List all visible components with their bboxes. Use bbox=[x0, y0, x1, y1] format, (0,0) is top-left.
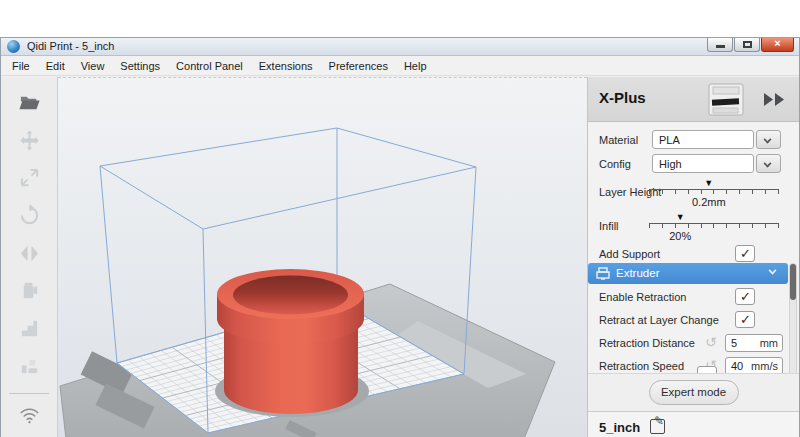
config-dropdown-button[interactable] bbox=[756, 154, 781, 173]
layer-height-value: 0.2mm bbox=[692, 196, 726, 208]
infill-label: Infill bbox=[599, 215, 619, 237]
wifi-icon bbox=[18, 403, 41, 426]
menu-file[interactable]: File bbox=[4, 58, 38, 74]
chevron-down-icon bbox=[769, 267, 777, 275]
edit-job-name-icon[interactable] bbox=[650, 419, 665, 434]
layer-height-slider[interactable]: ▼ 0.2mm bbox=[649, 181, 779, 211]
infill-value: 20% bbox=[669, 230, 691, 242]
config-label: Config bbox=[599, 153, 631, 175]
enable-retraction-checkbox[interactable] bbox=[735, 288, 755, 305]
minimize-icon bbox=[716, 45, 725, 48]
retraction-speed-unit: mm/s bbox=[751, 358, 782, 374]
add-support-row: Add Support bbox=[588, 243, 799, 265]
open-file-icon bbox=[18, 91, 41, 114]
app-logo-icon bbox=[7, 40, 20, 53]
menu-control-panel[interactable]: Control Panel bbox=[168, 58, 251, 74]
retract-layer-change-label: Retract at Layer Change bbox=[599, 309, 719, 331]
slider-ruler bbox=[649, 189, 779, 195]
add-support-label: Add Support bbox=[599, 243, 660, 265]
scale-tool-button[interactable] bbox=[13, 163, 45, 193]
extruder-printhead-icon bbox=[596, 267, 610, 280]
menu-extensions[interactable]: Extensions bbox=[251, 58, 321, 74]
menu-preferences[interactable]: Preferences bbox=[321, 58, 396, 74]
title-bar[interactable]: Qidi Print - 5_inch × bbox=[1, 38, 799, 56]
enable-retraction-label: Enable Retraction bbox=[599, 286, 686, 308]
scale-icon bbox=[18, 166, 41, 189]
material-label: Material bbox=[599, 129, 638, 151]
close-button[interactable]: × bbox=[761, 38, 794, 52]
move-tool-button[interactable] bbox=[13, 126, 45, 156]
config-row: Config High bbox=[588, 153, 799, 175]
menu-help[interactable]: Help bbox=[396, 58, 435, 74]
chevron-down-icon bbox=[764, 160, 772, 168]
printer-header: X-Plus bbox=[588, 77, 799, 122]
printer-thumbnail-icon bbox=[705, 82, 747, 118]
layer-height-row: Layer Height ▼ 0.2mm bbox=[588, 181, 799, 213]
slider-ruler bbox=[649, 223, 779, 229]
slider-marker-icon[interactable]: ▼ bbox=[704, 178, 713, 188]
extruder-section-title: Extruder bbox=[616, 263, 659, 284]
config-value[interactable]: High bbox=[652, 154, 754, 173]
maximize-button[interactable] bbox=[734, 38, 760, 52]
material-value[interactable]: PLA bbox=[652, 130, 754, 149]
printer-name: X-Plus bbox=[599, 89, 646, 106]
chevron-down-icon bbox=[764, 136, 772, 144]
left-toolbar bbox=[1, 77, 58, 437]
extruder-section-header[interactable]: Extruder bbox=[588, 263, 788, 284]
window-title: Qidi Print - 5_inch bbox=[27, 40, 114, 52]
app-window: Qidi Print - 5_inch × File Edit View Set… bbox=[0, 37, 800, 437]
toolbar-divider bbox=[9, 393, 49, 394]
close-icon: × bbox=[762, 37, 793, 49]
infill-slider[interactable]: ▼ 20% bbox=[649, 215, 779, 245]
expand-panel-button[interactable] bbox=[763, 93, 787, 106]
config-dropdown[interactable]: High bbox=[652, 154, 781, 173]
expert-mode-button[interactable]: Expert mode bbox=[649, 380, 739, 405]
material-row: Material PLA bbox=[588, 129, 799, 151]
job-name: 5_inch bbox=[599, 420, 640, 435]
settings-panel: X-Plus Material PLA bbox=[587, 77, 799, 437]
reset-to-default-icon[interactable]: ↺ bbox=[705, 334, 717, 350]
material-dropdown[interactable]: PLA bbox=[652, 130, 781, 149]
mesh-tools-button[interactable] bbox=[13, 351, 45, 381]
panel-scrollbar-thumb[interactable] bbox=[790, 264, 796, 300]
move-icon bbox=[18, 129, 41, 152]
viewport-scene[interactable] bbox=[58, 78, 587, 437]
support-blocker-icon bbox=[18, 317, 41, 340]
retraction-speed-value: 40 bbox=[726, 358, 743, 374]
per-model-settings-icon bbox=[18, 279, 41, 302]
enable-retraction-row: Enable Retraction bbox=[588, 286, 799, 308]
window-controls: × bbox=[707, 38, 794, 52]
retraction-distance-value: 5 bbox=[726, 335, 737, 351]
mesh-tools-icon bbox=[18, 354, 41, 377]
viewport-3d[interactable] bbox=[58, 77, 587, 437]
retraction-distance-row: Retraction Distance ↺ 5 mm bbox=[588, 332, 799, 354]
per-model-settings-button[interactable] bbox=[13, 276, 45, 306]
open-file-button[interactable] bbox=[13, 88, 45, 118]
menu-settings[interactable]: Settings bbox=[112, 58, 168, 74]
job-footer: 5_inch bbox=[588, 411, 799, 437]
mirror-icon bbox=[18, 242, 41, 265]
network-connect-button[interactable] bbox=[13, 400, 45, 430]
maximize-icon bbox=[743, 41, 752, 48]
rotate-icon bbox=[18, 204, 41, 227]
add-support-checkbox[interactable] bbox=[735, 245, 755, 262]
model-cylinder[interactable] bbox=[217, 269, 364, 414]
material-dropdown-button[interactable] bbox=[756, 130, 781, 149]
menu-edit[interactable]: Edit bbox=[38, 58, 73, 74]
retract-layer-change-checkbox[interactable] bbox=[735, 311, 755, 328]
retract-layer-change-row: Retract at Layer Change bbox=[588, 309, 799, 331]
menu-view[interactable]: View bbox=[73, 58, 113, 74]
retraction-distance-input[interactable]: 5 mm bbox=[725, 334, 783, 352]
expert-mode-bar: Expert mode bbox=[588, 373, 799, 411]
slider-marker-icon[interactable]: ▼ bbox=[676, 212, 685, 222]
support-blocker-button[interactable] bbox=[13, 313, 45, 343]
menu-bar: File Edit View Settings Control Panel Ex… bbox=[1, 56, 799, 76]
rotate-tool-button[interactable] bbox=[13, 201, 45, 231]
mirror-tool-button[interactable] bbox=[13, 238, 45, 268]
retraction-distance-unit: mm bbox=[760, 335, 782, 351]
retraction-distance-label: Retraction Distance bbox=[599, 332, 695, 354]
minimize-button[interactable] bbox=[707, 38, 733, 52]
